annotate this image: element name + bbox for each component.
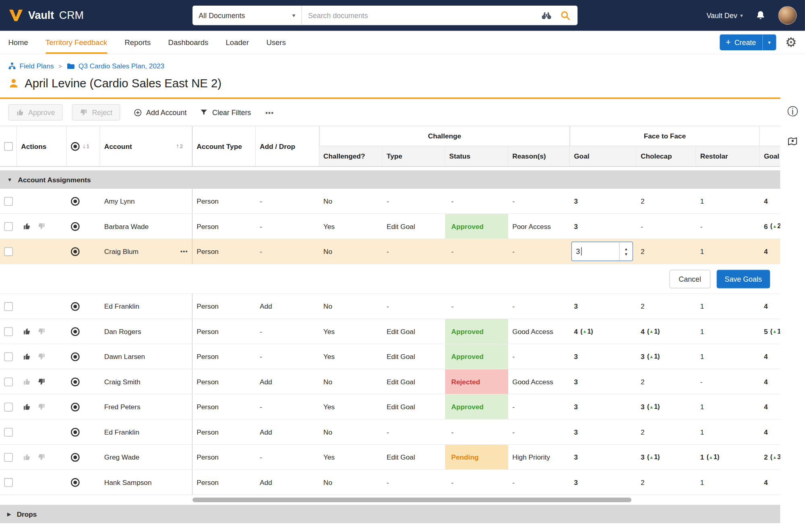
thumbs-down-icon[interactable] <box>37 403 46 411</box>
restolar-cell[interactable]: 1 <box>696 420 760 444</box>
thumbs-down-icon[interactable] <box>37 377 46 386</box>
col-header-add-drop[interactable]: Add / Drop <box>256 126 319 166</box>
select-all-checkbox[interactable] <box>4 142 13 151</box>
account-name[interactable]: Greg Wade <box>104 453 139 461</box>
cholecap-cell[interactable]: 2 <box>637 420 696 444</box>
col-header-reasons[interactable]: Reason(s) <box>508 146 570 166</box>
goal-cell[interactable]: 3 <box>570 369 637 394</box>
number-stepper[interactable]: ▲ ▼ <box>619 242 632 261</box>
breadcrumb-plan[interactable]: Q3 Cardio Sales Plan, 2023 <box>66 62 164 70</box>
goal2-cell[interactable]: 4 <box>760 189 780 213</box>
create-button[interactable]: + Create ▾ <box>720 34 776 50</box>
restolar-cell[interactable]: 1 <box>696 294 760 318</box>
account-name[interactable]: Ed Franklin <box>104 428 139 436</box>
row-checkbox[interactable] <box>4 247 13 256</box>
account-name[interactable]: Craig Blum <box>104 247 139 255</box>
nav-tab-loader[interactable]: Loader <box>226 31 249 54</box>
nav-tab-territory-feedback[interactable]: Territory Feedback <box>46 31 107 54</box>
goal-cell[interactable]: 3 <box>570 189 637 213</box>
account-name[interactable]: Hank Sampson <box>104 478 152 486</box>
goal-cell[interactable]: 4 ▲1 <box>570 319 637 344</box>
row-checkbox[interactable] <box>4 327 13 336</box>
gear-icon[interactable]: ⚙ <box>785 36 797 49</box>
row-checkbox[interactable] <box>4 352 13 361</box>
account-name[interactable]: Barbara Wade <box>104 223 149 230</box>
search-scope-select[interactable]: All Documents ▾ <box>192 6 302 25</box>
goal2-cell[interactable]: 4 <box>760 420 780 444</box>
restolar-cell[interactable]: 1 ▲1 <box>696 445 760 469</box>
row-checkbox[interactable] <box>4 478 13 487</box>
cholecap-cell[interactable]: 2 <box>637 369 696 394</box>
section-drops[interactable]: ▶ Drops <box>0 505 780 523</box>
info-icon[interactable]: ⓘ <box>787 106 798 117</box>
account-name[interactable]: Dawn Larsen <box>104 353 145 360</box>
goal2-cell[interactable]: 5 ▲1 <box>760 319 780 344</box>
notifications-bell-icon[interactable] <box>755 10 766 21</box>
goal-cell[interactable]: 3 <box>570 294 637 318</box>
user-avatar[interactable] <box>778 6 797 25</box>
nav-tab-reports[interactable]: Reports <box>124 31 151 54</box>
horizontal-scrollbar-thumb[interactable] <box>192 498 631 502</box>
account-name[interactable]: Dan Rogers <box>104 328 141 335</box>
col-header-type[interactable]: Type <box>383 146 445 166</box>
col-header-restolar[interactable]: Restolar <box>696 146 760 166</box>
goal2-cell[interactable]: 4 <box>760 369 780 394</box>
cholecap-cell[interactable]: 4 ▲1 <box>637 319 696 344</box>
nav-tab-dashboards[interactable]: Dashboards <box>168 31 209 54</box>
cholecap-cell[interactable]: - <box>637 214 696 239</box>
restolar-cell[interactable]: 1 <box>696 189 760 213</box>
cholecap-cell[interactable]: 3 ▲1 <box>637 445 696 469</box>
goal-cell[interactable]: 3 <box>570 420 637 444</box>
binoculars-icon[interactable] <box>541 11 552 20</box>
col-header-target[interactable]: ↓1 <box>67 126 100 166</box>
stakeholder-navigator-icon[interactable] <box>788 136 798 146</box>
create-button-main[interactable]: + Create <box>720 34 762 50</box>
restolar-cell[interactable]: 1 <box>696 394 760 419</box>
row-menu-icon[interactable]: ••• <box>180 248 188 254</box>
goal2-cell[interactable]: 6 ▲2 <box>760 214 780 239</box>
save-goals-button[interactable]: Save Goals <box>716 270 770 288</box>
row-checkbox[interactable] <box>4 197 13 206</box>
restolar-cell[interactable]: 1 <box>696 344 760 369</box>
cholecap-cell[interactable]: 2 <box>637 189 696 213</box>
reject-button[interactable]: Reject <box>72 104 120 121</box>
search-input[interactable] <box>302 11 541 19</box>
thumbs-up-icon[interactable] <box>23 222 31 230</box>
row-checkbox[interactable] <box>4 428 13 437</box>
breadcrumb-field-plans[interactable]: Field Plans <box>8 62 54 70</box>
goal2-cell[interactable]: 4 <box>760 239 780 264</box>
goal2-cell[interactable]: 4 <box>760 344 780 369</box>
goal2-cell[interactable]: 4 <box>760 470 780 495</box>
create-dropdown-toggle[interactable]: ▾ <box>762 34 776 50</box>
nav-tab-home[interactable]: Home <box>8 31 28 54</box>
restolar-cell[interactable]: 1 <box>696 239 760 264</box>
goal2-cell[interactable]: 2 ▲3 <box>760 445 780 469</box>
cancel-button[interactable]: Cancel <box>669 270 710 288</box>
row-checkbox[interactable] <box>4 453 13 462</box>
cholecap-cell[interactable]: 3 ▲1 <box>637 394 696 419</box>
row-checkbox[interactable] <box>4 377 13 386</box>
col-header-goal2[interactable]: Goal <box>760 146 780 166</box>
col-header-cholecap[interactable]: Cholecap <box>637 146 696 166</box>
section-account-assignments[interactable]: ▼ Account Assignments <box>0 170 780 189</box>
search-icon[interactable] <box>560 10 570 20</box>
account-name[interactable]: Ed Franklin <box>104 302 139 310</box>
restolar-cell[interactable]: - <box>696 214 760 239</box>
restolar-cell[interactable]: 1 <box>696 470 760 495</box>
thumbs-up-icon[interactable] <box>23 403 31 411</box>
row-checkbox[interactable] <box>4 402 13 411</box>
col-header-goal[interactable]: Goal <box>570 146 637 166</box>
cholecap-cell[interactable]: 2 <box>637 470 696 495</box>
row-checkbox[interactable] <box>4 222 13 231</box>
col-header-challenged[interactable]: Challenged? <box>319 146 383 166</box>
thumbs-down-icon[interactable] <box>37 327 46 335</box>
user-menu[interactable]: Vault Dev ▾ <box>707 11 743 19</box>
thumbs-up-icon[interactable] <box>23 453 31 461</box>
goal-cell[interactable]: 3 <box>570 344 637 369</box>
col-header-account-type[interactable]: Account Type <box>192 126 256 166</box>
thumbs-down-icon[interactable] <box>37 222 46 230</box>
goal-cell[interactable]: 3 <box>570 445 637 469</box>
goal-cell[interactable]: 3 <box>570 214 637 239</box>
thumbs-down-icon[interactable] <box>37 453 46 461</box>
goal-cell[interactable]: 3 <box>570 470 637 495</box>
